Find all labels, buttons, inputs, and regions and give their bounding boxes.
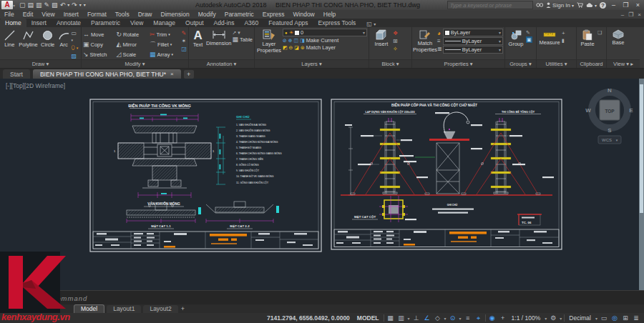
panel-label-layers[interactable]: Layers ▾ bbox=[255, 59, 369, 68]
restore-button[interactable]: ❐ bbox=[621, 1, 630, 9]
tab-view[interactable]: View bbox=[125, 19, 148, 27]
viewcube-north[interactable]: N bbox=[608, 87, 612, 94]
linetype-list-icon[interactable]: ≡ bbox=[437, 38, 442, 44]
hatch-tool-icon[interactable]: ▨ ▾ bbox=[72, 53, 80, 59]
menu-window[interactable]: Window bbox=[289, 10, 319, 19]
panel-label-utilities[interactable]: Utilities ▾ bbox=[537, 59, 576, 68]
new-icon[interactable]: ▢ bbox=[19, 1, 26, 9]
tab-featured-apps[interactable]: Featured Apps bbox=[263, 19, 313, 27]
measure-tool[interactable]: Measure bbox=[538, 28, 561, 59]
a360-cloud-icon[interactable]: ▾ bbox=[586, 3, 597, 8]
sign-in-caret-icon[interactable]: ▾ bbox=[572, 3, 574, 8]
ortho-toggle-button[interactable]: ⊥ bbox=[412, 314, 421, 322]
linetype-dropdown[interactable]: ByLayer ▾ bbox=[443, 46, 503, 54]
make-current-button[interactable]: Make Current bbox=[306, 37, 338, 44]
viewcube-top-face[interactable]: TOP bbox=[605, 109, 615, 114]
base-tool[interactable]: Base bbox=[608, 28, 628, 59]
workspace-caret-icon[interactable]: ▾ bbox=[560, 316, 562, 321]
layer-properties-tool[interactable]: LayerProperties bbox=[256, 28, 282, 59]
fillet-tool[interactable]: ⌒Fillet▾ bbox=[150, 39, 180, 49]
lineweight-toggle-button[interactable]: ≡ bbox=[464, 314, 472, 322]
tab-home[interactable]: Home bbox=[0, 19, 26, 27]
doc-close-icon[interactable]: × bbox=[638, 11, 641, 18]
layer-tools-row2-icons[interactable]: ◩ ⊖ ◪ ⊜ bbox=[283, 45, 305, 50]
polar-toggle-button[interactable]: ∠ bbox=[423, 314, 431, 322]
annotation-monitor-button[interactable]: ▭ bbox=[600, 314, 608, 322]
panel-label-properties[interactable]: Properties ▾ bbox=[412, 59, 504, 68]
graphics-performance-button[interactable]: ⊞ bbox=[621, 314, 630, 322]
minimize-button[interactable]: – bbox=[609, 1, 618, 9]
snap-toggle-button[interactable]: ▥ bbox=[397, 314, 406, 322]
viewcube-south[interactable]: S bbox=[608, 127, 612, 134]
snap-caret-icon[interactable]: ▾ bbox=[408, 316, 410, 321]
tab-layout1[interactable]: Layout1 bbox=[107, 305, 141, 313]
menu-modify[interactable]: Modify bbox=[194, 10, 220, 19]
dynamic-input-button[interactable]: ⌖ bbox=[474, 314, 483, 322]
panel-label-block[interactable]: Block ▾ bbox=[369, 59, 411, 68]
tab-model[interactable]: Model bbox=[74, 304, 104, 313]
scale-tool[interactable]: ◿Scale bbox=[116, 49, 147, 59]
doc-restore-icon[interactable]: ❐ bbox=[628, 11, 633, 18]
command-line[interactable]: ⋮ ✎ ▾ Type a command bbox=[0, 290, 644, 306]
customization-button[interactable]: ≣ bbox=[632, 314, 640, 322]
plot-icon[interactable]: ▧ bbox=[52, 1, 58, 9]
block-extra-tools[interactable]: ❖⊞✧ bbox=[393, 28, 398, 59]
menu-draw[interactable]: Draw bbox=[134, 10, 157, 19]
clipboard-extra-tools[interactable]: ❏ bbox=[597, 28, 602, 59]
tab-addins[interactable]: Add-ins bbox=[209, 19, 240, 27]
redo-caret-icon[interactable]: ▾ bbox=[79, 1, 82, 9]
new-layout-button[interactable]: + bbox=[181, 305, 185, 313]
paste-tool[interactable]: Paste bbox=[578, 28, 597, 59]
lineweight-dropdown[interactable]: ByLayer ▾ bbox=[443, 37, 503, 45]
panel-label-view[interactable]: View ▾ ▸ bbox=[607, 59, 640, 68]
drawing-canvas[interactable]: [-][Top][2D Wireframe] N W E S TOP WCS ▾ bbox=[0, 79, 644, 290]
tab-a360[interactable]: A360 bbox=[239, 19, 263, 27]
dimension-tool[interactable]: Dimension bbox=[206, 28, 231, 59]
wcs-label[interactable]: WCS bbox=[602, 138, 612, 142]
qat-customize-caret-icon[interactable]: ▾ bbox=[84, 1, 86, 9]
menu-insert[interactable]: Insert bbox=[59, 10, 83, 19]
layer-dropdown[interactable]: ● ☀ 0 ▾ bbox=[283, 29, 367, 36]
tab-output[interactable]: Output bbox=[180, 19, 209, 27]
tab-express-tools[interactable]: Express Tools bbox=[313, 19, 361, 27]
tab-layout2[interactable]: Layout2 bbox=[143, 305, 177, 313]
tab-manage[interactable]: Manage bbox=[148, 19, 180, 27]
color-wheel-icon[interactable]: ◕ bbox=[437, 30, 442, 36]
text-tool[interactable]: A Text bbox=[190, 28, 205, 59]
isolate-objects-button[interactable]: ◎ bbox=[610, 314, 619, 322]
cloud-caret-icon[interactable]: ▾ bbox=[595, 3, 597, 8]
arc-tool[interactable]: Arc bbox=[57, 28, 71, 59]
array-tool[interactable]: ▦Array▾ bbox=[150, 49, 180, 59]
rectangle-tool-icon[interactable]: ▭ ▾ bbox=[72, 30, 80, 43]
viewport-controls[interactable]: [-][Top][2D Wireframe] bbox=[6, 82, 65, 89]
file-tab-close-icon[interactable]: × bbox=[170, 71, 174, 77]
panel-label-annotation[interactable]: Annotation ▾ bbox=[189, 59, 254, 68]
menu-express[interactable]: Express bbox=[258, 10, 289, 19]
line-tool[interactable]: Line bbox=[1, 28, 17, 59]
app-store-icon[interactable] bbox=[577, 2, 583, 8]
trim-tool[interactable]: ✂Trim▾ bbox=[150, 29, 180, 39]
menu-help[interactable]: Help bbox=[319, 10, 340, 19]
search-icon[interactable] bbox=[536, 2, 543, 8]
units-caret-icon[interactable]: ▾ bbox=[595, 316, 597, 321]
match-properties-tool[interactable]: MatchProperties bbox=[414, 28, 436, 59]
new-drawing-tab-button[interactable]: + bbox=[184, 70, 194, 79]
file-tab-document[interactable]: BIEN PHAP THI CONG NHA PHO, BIET THU* × bbox=[33, 69, 181, 79]
layer-tools-row1-icons[interactable]: ⊘ ⊕ ◫ ◨ bbox=[283, 38, 305, 43]
doc-minimize-icon[interactable]: – bbox=[621, 11, 624, 18]
panel-label-groups[interactable]: Groups ▾ bbox=[505, 59, 536, 68]
viewcube-west[interactable]: W bbox=[585, 107, 591, 114]
menu-parametric[interactable]: Parametric bbox=[220, 10, 258, 19]
circle-tool[interactable]: Circle bbox=[39, 28, 56, 59]
osnap-toggle-button[interactable]: ⊙ bbox=[449, 314, 457, 322]
group-tool[interactable]: Group bbox=[507, 28, 525, 59]
mirror-tool[interactable]: ◭Mirror bbox=[116, 39, 147, 49]
open-icon[interactable]: ▤ bbox=[28, 1, 34, 9]
viewcube[interactable]: N W E S TOP WCS ▾ bbox=[584, 83, 635, 146]
canvas-scrollbar-thumb[interactable] bbox=[640, 84, 643, 213]
rotate-tool[interactable]: ↻Rotate bbox=[116, 29, 147, 39]
undo-icon[interactable]: ↶ bbox=[60, 1, 66, 9]
close-button[interactable]: × bbox=[633, 1, 643, 9]
units-button[interactable]: Decimal bbox=[567, 314, 593, 322]
saveas-icon[interactable]: ✎ bbox=[44, 1, 50, 9]
